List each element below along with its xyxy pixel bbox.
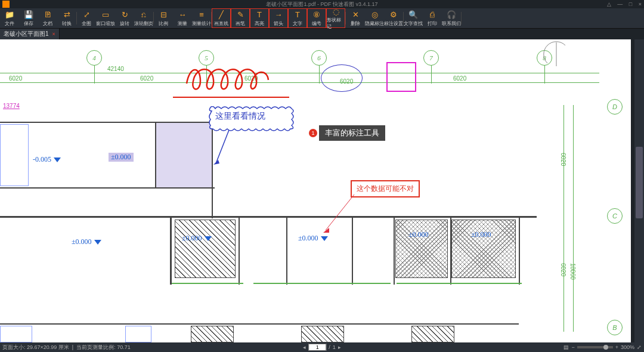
tab-document[interactable]: 老破小区平面图1 × — [0, 29, 60, 39]
hatch-frag — [191, 326, 234, 342]
tool-联系我们[interactable]: 🎧联系我们 — [442, 8, 461, 28]
page-size-label: 页面大小: — [2, 344, 26, 350]
tool-label: 标注设置 — [384, 20, 403, 27]
zoom-in-icon[interactable]: + — [615, 344, 618, 350]
tool-label: 测量 — [178, 20, 187, 27]
tool-label: 高亮 — [255, 20, 264, 27]
tool-label: 文档 — [43, 20, 52, 27]
dim-6020-1: 6020 — [9, 75, 22, 82]
tool-高亮[interactable]: T高亮 — [250, 8, 269, 28]
svg-line-3 — [326, 194, 354, 230]
wall-line — [0, 187, 215, 189]
tool-label: 文字 — [293, 20, 302, 27]
red-underline-annot[interactable] — [173, 97, 289, 98]
tool-label: 箭头 — [274, 20, 283, 27]
tool-全图[interactable]: ⤢全图 — [77, 8, 96, 28]
tool-文字查找[interactable]: 🔍文字查找 — [404, 8, 423, 28]
red-leader-icon — [322, 193, 357, 234]
联系我们-icon: 🎧 — [447, 10, 456, 20]
grid-bubble-D: D — [607, 99, 623, 115]
window-title: 老破小区平面图1.pdf - PDF 快速看图 v3.4.1.17 — [266, 1, 377, 8]
red-box-callout[interactable]: 这个数据可能不对 — [351, 180, 420, 197]
tool-滚轮翻页[interactable]: ⎌滚轮翻页 — [134, 8, 153, 28]
画直线-icon: ╱ — [219, 10, 224, 20]
高亮-icon: T — [257, 10, 262, 20]
blue-ellipse-annot[interactable] — [321, 64, 363, 92]
tool-旋转[interactable]: ↻旋转 — [115, 8, 134, 28]
tool-画直线[interactable]: ╱画直线 — [212, 8, 231, 28]
wall-line — [394, 216, 395, 285]
hatch-frag — [301, 326, 344, 342]
tool-文件[interactable]: 📁文件 — [0, 8, 19, 28]
tool-保存[interactable]: 💾保存 — [19, 8, 38, 28]
cloud-callout-annot[interactable]: 这里看看情况 — [208, 106, 295, 131]
tool-文字[interactable]: T文字 — [288, 8, 307, 28]
tool-label: 联系我们 — [442, 20, 461, 27]
toolbar-separator — [461, 12, 462, 24]
close-button[interactable]: × — [639, 1, 642, 7]
elev-triangle-icon — [94, 240, 101, 245]
dim-line — [0, 73, 599, 73]
tool-打印[interactable]: ⎙打印 — [423, 8, 442, 28]
elev-minus005: -0.005 — [33, 155, 61, 164]
zoom-out-icon[interactable]: − — [571, 344, 574, 350]
cloud-leader-icon — [213, 130, 231, 166]
tool-比例[interactable]: ⊟比例 — [154, 8, 173, 28]
tool-箭头[interactable]: →箭头 — [269, 8, 288, 28]
elev-triangle-icon — [321, 236, 328, 241]
zoom-knob[interactable] — [603, 345, 608, 350]
dim-line-side — [573, 105, 574, 332]
wall-line — [0, 122, 215, 123]
layout-icon[interactable]: ▤ — [564, 344, 569, 350]
打印-icon: ⎙ — [430, 10, 435, 20]
tool-测量[interactable]: ↔测量 — [173, 8, 192, 28]
main-toolbar: 📁文件💾保存🖹文档⇄转换⤢全图▭窗口缩放↻旋转⎌滚轮翻页⊟比例↔测量≡测量统计╱… — [0, 8, 644, 29]
page-prev-icon[interactable]: ◂ — [303, 344, 306, 350]
grid-tick — [431, 66, 432, 84]
tool-label: 转换 — [62, 20, 72, 27]
tool-画笔[interactable]: ✎画笔 — [231, 8, 250, 28]
tool-形状标记[interactable]: ◌形状标记 — [326, 8, 345, 28]
room-box — [125, 326, 151, 342]
magenta-rect-annot[interactable] — [386, 62, 416, 92]
svg-line-1 — [216, 130, 229, 163]
dim-magenta: 13774 — [3, 103, 20, 109]
zoom-controls: ▤ − + 300% ⤢ — [564, 344, 642, 350]
vertical-scrollbar[interactable] — [634, 39, 644, 342]
wall-line — [0, 216, 537, 218]
比例-icon: ⊟ — [160, 10, 167, 20]
tool-删除[interactable]: ✕删除 — [346, 8, 365, 28]
green-line — [253, 283, 391, 284]
hatch-panel-2 — [395, 220, 448, 278]
drawing-canvas[interactable]: 4 5 6 7 8 D C B 42140 6020 6020 6020 602… — [0, 39, 631, 342]
文件-icon: 📁 — [5, 10, 14, 20]
tool-隐藏标注[interactable]: ◎隐藏标注 — [365, 8, 384, 28]
red-scribble-annot[interactable] — [184, 61, 273, 94]
grid-tick — [94, 66, 95, 84]
notification-icon[interactable]: △ — [607, 1, 611, 7]
elev-b: ±0.000 — [182, 234, 212, 243]
elev-c: ±0.000 — [298, 234, 328, 243]
tool-标注设置[interactable]: ⚙标注设置 — [384, 8, 403, 28]
minimize-button[interactable]: — — [617, 1, 623, 7]
tool-文档[interactable]: 🖹文档 — [38, 8, 57, 28]
tool-label: 画笔 — [236, 20, 245, 27]
tool-label: 全图 — [82, 20, 91, 27]
page-next-icon[interactable]: ▸ — [338, 344, 341, 350]
tool-编号[interactable]: ⑧编号 — [307, 8, 326, 28]
maximize-button[interactable]: □ — [629, 1, 632, 7]
scrollbar-thumb[interactable] — [636, 147, 643, 218]
grid-bubble-B: B — [607, 320, 623, 335]
green-line — [397, 283, 522, 284]
tab-close-icon[interactable]: × — [52, 31, 55, 37]
tool-label: 保存 — [24, 20, 33, 27]
zoom-slider[interactable] — [577, 346, 613, 348]
tool-测量统计[interactable]: ≡测量统计 — [192, 8, 211, 28]
tool-窗口缩放[interactable]: ▭窗口缩放 — [96, 8, 115, 28]
expand-icon[interactable]: ⤢ — [637, 344, 642, 350]
svg-marker-4 — [323, 228, 329, 233]
pager: ◂ / 1 ▸ — [303, 344, 341, 351]
page-current-input[interactable] — [308, 344, 326, 351]
tool-label: 文件 — [5, 20, 14, 27]
tool-转换[interactable]: ⇄转换 — [57, 8, 76, 28]
